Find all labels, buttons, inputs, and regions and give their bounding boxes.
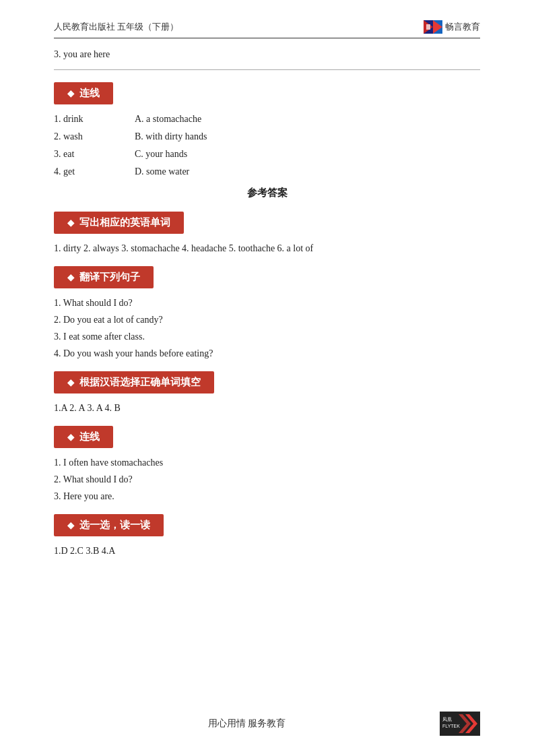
translate-line-3: 3. I eat some after class. [54, 332, 480, 342]
diamond-icon-2: ◆ [67, 218, 74, 228]
section-title-translate: ◆ 翻译下列句子 [54, 266, 154, 288]
page-footer: 用心用情 服务教育 凤凰 FLYTEK [0, 712, 534, 736]
header-publisher: 人民教育出版社 五年级（下册） [54, 21, 178, 33]
section-title-choose: ◆ 根据汉语选择正确单词填空 [54, 371, 214, 393]
translate-line-1: 1. What should I do? [54, 298, 480, 309]
match-option-1: A. a stomachache [135, 114, 201, 125]
section2-content: 1. dirty 2. always 3. stomachache 4. hea… [54, 243, 480, 254]
diamond-icon-4: ◆ [67, 377, 74, 388]
section-title-choose-read: ◆ 选一选，读一读 [54, 514, 164, 536]
table-row: 3. eat C. your hands [54, 149, 480, 160]
translate-line-2: 2. Do you eat a lot of candy? [54, 315, 480, 325]
svg-text:FLYTEK: FLYTEK [442, 724, 460, 728]
lianxian2-line-1: 1. I often have stomachaches [54, 458, 480, 468]
match-num-1: 1. drink [54, 114, 135, 125]
section3-title-text: 翻译下列句子 [79, 271, 140, 284]
translate-line-4: 4. Do you wash your hands before eating? [54, 348, 480, 359]
section-lianxian-1: ◆ 连线 1. drink A. a stomachache 2. wash B… [54, 82, 480, 199]
section4-title-text: 根据汉语选择正确单词填空 [79, 376, 201, 389]
section-translate: ◆ 翻译下列句子 1. What should I do? 2. Do you … [54, 266, 480, 359]
header-brand-text: 畅言教育 [445, 21, 480, 33]
section-choose-words: ◆ 根据汉语选择正确单词填空 1.A 2. A 3. A 4. B [54, 371, 480, 414]
section6-title-text: 选一选，读一读 [79, 519, 150, 532]
table-row: 1. drink A. a stomachache [54, 114, 480, 125]
footer-logo-icon: 凤凰 FLYTEK [440, 712, 480, 736]
table-row: 2. wash B. with dirty hands [54, 131, 480, 142]
match-num-4: 4. get [54, 166, 135, 177]
match-list-1: 1. drink A. a stomachache 2. wash B. wit… [54, 114, 480, 177]
diamond-icon-6: ◆ [67, 520, 74, 531]
match-option-3: C. your hands [135, 149, 187, 160]
section6-content: 1.D 2.C 3.B 4.A [54, 546, 480, 557]
diamond-icon-5: ◆ [67, 432, 74, 443]
lianxian2-line-2: 2. What should I do? [54, 474, 480, 485]
section5-title-text: 连线 [79, 431, 100, 443]
section1-title-text: 连线 [79, 87, 100, 100]
section-choose-read: ◆ 选一选，读一读 1.D 2.C 3.B 4.A [54, 514, 480, 557]
svg-text:凤凰: 凤凰 [442, 717, 452, 722]
intro-line: 3. you are here [54, 49, 480, 60]
diamond-icon-1: ◆ [67, 88, 74, 99]
svg-rect-4 [426, 24, 430, 30]
match-option-4: D. some water [135, 166, 189, 177]
section-title-lianxian-2: ◆ 连线 [54, 426, 113, 448]
header-brand-area: 畅言教育 [424, 20, 480, 34]
section-lianxian-2: ◆ 连线 1. I often have stomachaches 2. Wha… [54, 426, 480, 502]
match-option-2: B. with dirty hands [135, 131, 207, 142]
section2-title-text: 写出相应的英语单词 [79, 216, 170, 229]
match-num-3: 3. eat [54, 149, 135, 160]
page-header: 人民教育出版社 五年级（下册） 畅言教育 [54, 20, 480, 38]
section-title-write: ◆ 写出相应的英语单词 [54, 212, 184, 234]
table-row: 4. get D. some water [54, 166, 480, 177]
answer-label: 参考答案 [54, 187, 480, 199]
section-title-lianxian-1: ◆ 连线 [54, 82, 113, 104]
section-write-words: ◆ 写出相应的英语单词 1. dirty 2. always 3. stomac… [54, 212, 480, 254]
brand-logo-icon [424, 20, 442, 34]
section-divider [54, 69, 480, 70]
diamond-icon-3: ◆ [67, 272, 74, 283]
footer-text: 用心用情 服务教育 [54, 718, 440, 730]
match-num-2: 2. wash [54, 131, 135, 142]
section4-content: 1.A 2. A 3. A 4. B [54, 403, 480, 414]
lianxian2-line-3: 3. Here you are. [54, 491, 480, 502]
